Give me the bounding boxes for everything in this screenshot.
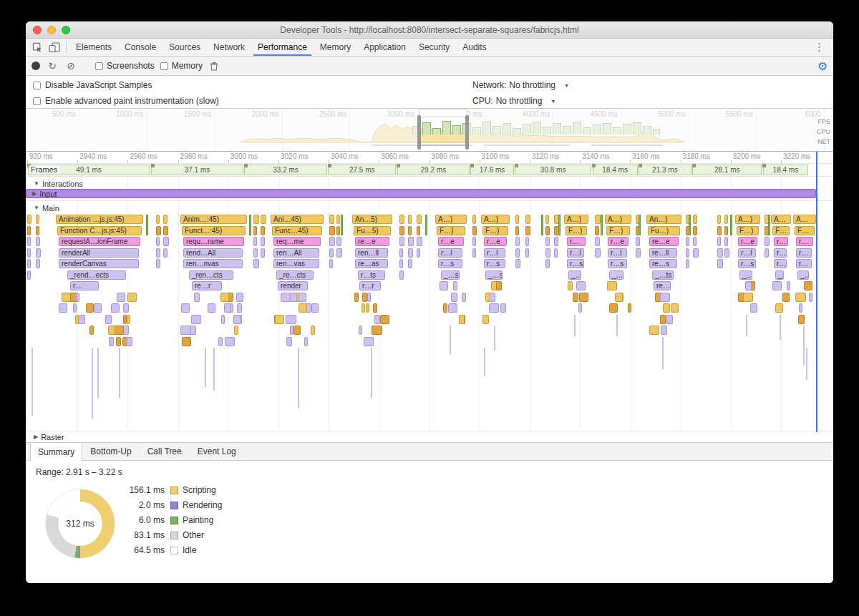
details-tab-call-tree[interactable]: Call Tree — [140, 443, 190, 460]
frame-cell[interactable]: 28.1 ms — [692, 165, 762, 175]
frame-cell[interactable]: 37.1 ms — [151, 165, 243, 175]
advanced-paint-checkbox[interactable] — [33, 97, 41, 105]
flame-bar[interactable]: _rend…ects — [67, 270, 126, 280]
frame-cell[interactable]: 17.6 ms — [470, 165, 513, 175]
flame-bar[interactable]: Anim…:45) — [180, 215, 247, 224]
flame-bar[interactable]: r… — [774, 248, 787, 258]
more-options-icon[interactable]: ⋮ — [808, 39, 830, 56]
flame-bar[interactable]: _… — [568, 270, 581, 280]
flame-bar[interactable]: Fu…5) — [354, 226, 391, 235]
flame-bar[interactable]: r…l — [567, 248, 584, 258]
flame-bar[interactable]: r… — [796, 248, 812, 258]
flame-bar[interactable]: re…e — [649, 237, 679, 246]
flame-bar[interactable]: r…l — [484, 248, 505, 258]
flame-bar[interactable]: re…ll — [649, 248, 677, 258]
flame-bar[interactable]: r… — [70, 281, 99, 290]
flame-bar[interactable]: F…) — [437, 226, 465, 235]
tab-memory[interactable]: Memory — [314, 39, 357, 56]
overview-selection-handle-left[interactable] — [417, 115, 421, 150]
flame-bar[interactable]: _re…cts — [276, 270, 314, 280]
flame-bar[interactable]: _…s — [485, 270, 503, 280]
memory-checkbox[interactable] — [160, 62, 168, 70]
flame-bar[interactable]: _…ts — [652, 270, 674, 280]
minimize-button[interactable] — [47, 26, 56, 34]
frame-cell[interactable]: 18.4 ms — [593, 165, 638, 175]
flame-bar[interactable]: r… — [567, 237, 586, 246]
flame-bar[interactable]: A…) — [735, 215, 760, 224]
flame-bar[interactable]: F…) — [566, 226, 587, 235]
device-toolbar-icon[interactable] — [46, 39, 63, 56]
flame-bar[interactable]: F…) — [737, 226, 759, 235]
flame-pane[interactable]: Frames ▼ Interactions ▶ Input ▼ Main ▶ R… — [26, 152, 833, 443]
flame-bar[interactable]: re…e — [355, 237, 389, 246]
tab-elements[interactable]: Elements — [69, 39, 118, 56]
flame-bar[interactable]: re…r — [192, 281, 222, 290]
tab-security[interactable]: Security — [412, 39, 456, 56]
flame-bar[interactable]: r…l — [608, 248, 627, 258]
flame-bar[interactable]: ren…vas — [273, 259, 319, 268]
flame-bar[interactable]: _… — [609, 270, 623, 280]
reload-record-icon[interactable]: ↻ — [46, 60, 59, 72]
tab-console[interactable]: Console — [118, 39, 162, 56]
flame-bar[interactable]: requestA…ionFrame — [59, 237, 140, 246]
flame-bar[interactable]: A… — [793, 215, 816, 224]
frame-cell[interactable]: 27.5 ms — [328, 165, 396, 175]
flame-bar[interactable]: re…s — [649, 259, 677, 268]
flame-bar[interactable]: A…) — [481, 215, 510, 224]
memory-checkbox-group[interactable]: Memory — [160, 61, 203, 71]
flame-bar[interactable]: re…r — [654, 281, 671, 290]
flame-bar[interactable]: req…me — [273, 237, 321, 246]
trash-icon[interactable] — [208, 62, 220, 71]
flame-bar[interactable]: renderCanvas — [59, 259, 139, 268]
raster-section-header[interactable]: ▶ Raster — [31, 432, 67, 441]
flame-bar[interactable]: _ren…cts — [189, 270, 233, 280]
close-button[interactable] — [33, 26, 42, 34]
screenshots-checkbox-group[interactable]: Screenshots — [95, 61, 155, 71]
details-tab-bottom-up[interactable]: Bottom-Up — [82, 443, 139, 460]
flame-bar[interactable]: r…e — [738, 237, 757, 246]
flame-bar[interactable]: r… — [774, 237, 788, 246]
flame-bar[interactable]: Ani…45) — [271, 215, 324, 224]
flame-bar[interactable]: ren…nvas — [183, 259, 243, 268]
overview-selection-handle-right[interactable] — [465, 115, 469, 150]
flame-bar[interactable]: A…) — [435, 215, 467, 224]
flame-bar[interactable]: r…l — [438, 248, 462, 258]
flame-bar[interactable]: r… — [796, 259, 812, 268]
overview-selection-grip[interactable] — [419, 109, 467, 117]
flame-bar[interactable]: ren…ll — [355, 248, 388, 258]
inspect-element-icon[interactable] — [29, 39, 46, 56]
interactions-section-header[interactable]: ▼ Interactions — [31, 179, 85, 188]
flame-bar[interactable]: r…s — [567, 259, 584, 268]
flame-bar[interactable]: Animation …js.js:45) — [56, 215, 143, 224]
tab-audits[interactable]: Audits — [456, 39, 492, 56]
flame-bar[interactable]: requ…rame — [183, 237, 244, 246]
flame-bar[interactable]: r…e — [484, 237, 507, 246]
frame-cell[interactable]: 18.4 ms — [763, 165, 808, 175]
flame-bar[interactable]: F…) — [606, 226, 630, 235]
frames-track-label[interactable]: Frames — [29, 165, 59, 174]
clear-icon[interactable]: ⊘ — [64, 60, 77, 72]
flame-bar[interactable]: _… — [797, 270, 809, 280]
frame-cell[interactable]: 21.3 ms — [639, 165, 691, 175]
flame-bar[interactable]: renderAll — [59, 248, 139, 258]
flame-bar[interactable]: Func…45) — [272, 226, 322, 235]
flame-bar[interactable]: _…s — [441, 270, 460, 280]
flame-bar[interactable]: Function C…js.js:45) — [57, 226, 142, 235]
flame-bar[interactable]: r…l — [738, 248, 756, 258]
tab-sources[interactable]: Sources — [162, 39, 207, 56]
flame-bar[interactable]: ren…All — [273, 248, 319, 258]
flame-bar[interactable]: _… — [739, 270, 752, 280]
flame-bar[interactable]: F… — [795, 226, 815, 235]
flame-bar[interactable]: r…s — [738, 259, 756, 268]
tab-network[interactable]: Network — [207, 39, 251, 56]
details-tab-event-log[interactable]: Event Log — [190, 443, 244, 460]
record-button[interactable] — [31, 62, 40, 70]
flame-bar[interactable]: r…ts — [358, 270, 385, 280]
flame-bar[interactable]: r…s — [484, 259, 505, 268]
flame-bar[interactable]: An…5) — [352, 215, 392, 224]
flame-bar[interactable]: A…) — [605, 215, 631, 224]
network-throttle-select[interactable]: Network: No throttling ▼ — [472, 80, 569, 90]
screenshots-checkbox[interactable] — [95, 62, 103, 70]
frame-cell[interactable]: 30.8 ms — [515, 165, 591, 175]
flame-bar[interactable]: r…e — [438, 237, 464, 246]
